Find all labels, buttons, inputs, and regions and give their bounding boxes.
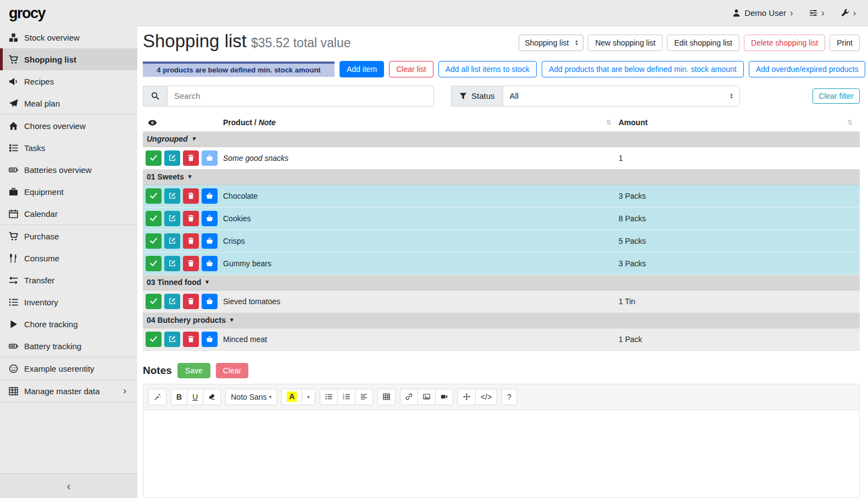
notes-save-button[interactable]: Save: [177, 363, 210, 378]
sidebar-item-stock-overview[interactable]: Stock overview: [0, 26, 137, 48]
toolbar-bold-button[interactable]: B: [171, 389, 187, 405]
toolbar-clear-format-button[interactable]: [203, 389, 221, 405]
pencil-icon: [169, 192, 176, 199]
add-to-stock-button[interactable]: [202, 294, 218, 309]
mark-done-button[interactable]: [146, 233, 162, 249]
delete-item-button[interactable]: [183, 211, 199, 226]
delete-item-button[interactable]: [183, 294, 199, 309]
print-button[interactable]: Print: [830, 35, 860, 51]
toolbar-unordered-list-button[interactable]: [320, 389, 338, 405]
add-item-button[interactable]: Add item: [340, 61, 384, 77]
add-to-stock-button[interactable]: [202, 150, 218, 166]
sidebar-item-manage-master-data[interactable]: Manage master data›: [0, 380, 137, 402]
edit-item-button[interactable]: [164, 294, 180, 309]
trash-icon: [187, 298, 194, 305]
edit-item-button[interactable]: [164, 256, 180, 271]
product-group-row[interactable]: 01 Sweets▾: [143, 170, 860, 185]
amount-cell: 1 Pack: [619, 335, 860, 344]
toolbar-paragraph-button[interactable]: [355, 389, 373, 405]
search-prepend: [143, 86, 167, 107]
new-shopping-list-button[interactable]: New shopping list: [588, 35, 663, 51]
sidebar-item-equipment[interactable]: Equipment: [0, 181, 137, 203]
toolbar-font-name-button[interactable]: Noto Sans▾: [225, 389, 277, 405]
sort-icon[interactable]: ⇅: [847, 119, 853, 126]
add-to-stock-button[interactable]: [202, 211, 218, 226]
sidebar-item-example-userentity[interactable]: Example userentity: [0, 357, 137, 379]
toolbar-ordered-list-button[interactable]: [337, 389, 355, 405]
sidebar-item-tasks[interactable]: Tasks: [0, 137, 137, 159]
sidebar-item-battery-tracking[interactable]: Battery tracking: [0, 335, 137, 357]
sidebar-item-consume[interactable]: Consume: [0, 247, 137, 269]
product-group-row[interactable]: Ungrouped▾: [143, 132, 860, 147]
add-all-to-stock-button[interactable]: Add all list items to stock: [438, 61, 537, 77]
mark-done-button[interactable]: [146, 256, 162, 271]
amount-column-header[interactable]: Amount ⇅: [619, 118, 860, 127]
sidebar-item-purchase[interactable]: Purchase: [0, 225, 137, 247]
sort-icon[interactable]: ⇅: [606, 119, 611, 126]
add-to-stock-button[interactable]: [202, 188, 218, 204]
toolbar-code-view-button[interactable]: </>: [475, 389, 497, 405]
delete-item-button[interactable]: [183, 256, 199, 271]
mark-done-button[interactable]: [146, 150, 162, 166]
clear-filter-button[interactable]: Clear filter: [813, 88, 860, 104]
add-below-min-stock-button[interactable]: Add products that are below defined min.…: [542, 61, 744, 77]
mark-done-button[interactable]: [146, 332, 162, 347]
sidebar-item-meal-plan[interactable]: Meal plan: [0, 92, 137, 114]
add-overdue-button[interactable]: Add overdue/expired products: [749, 61, 866, 77]
add-to-stock-button[interactable]: [202, 332, 218, 347]
edit-item-button[interactable]: [164, 211, 180, 226]
mark-done-button[interactable]: [146, 211, 162, 226]
edit-item-button[interactable]: [164, 233, 180, 249]
delete-item-button[interactable]: [183, 188, 199, 204]
product-group-row[interactable]: 04 Butchery products▾: [143, 313, 860, 328]
sidebar-item-transfer[interactable]: Transfer: [0, 269, 137, 291]
delete-item-button[interactable]: [183, 233, 199, 249]
clear-list-button[interactable]: Clear list: [389, 61, 433, 77]
delete-shopping-list-button[interactable]: Delete shopping list: [744, 35, 825, 51]
edit-shopping-list-button[interactable]: Edit shopping list: [667, 35, 739, 51]
settings-menu[interactable]: ›: [809, 9, 824, 18]
sidebar-item-batteries-overview[interactable]: Batteries overview: [0, 159, 137, 181]
status-select[interactable]: All ▴▾: [503, 86, 740, 107]
delete-item-button[interactable]: [183, 150, 199, 166]
toolbar-insert-picture-button[interactable]: [418, 389, 436, 405]
user-menu[interactable]: Demo User ›: [732, 8, 793, 18]
battery-icon: [9, 342, 18, 351]
toggle-done-column[interactable]: [143, 118, 223, 127]
add-to-stock-button[interactable]: [202, 256, 218, 271]
toolbar-underline-button[interactable]: U: [187, 389, 203, 405]
edit-item-button[interactable]: [164, 150, 180, 166]
toolbar-button-label: Noto Sans: [231, 393, 266, 401]
product-column-header[interactable]: Product / Note ⇅: [223, 118, 619, 127]
pencil-icon: [169, 237, 176, 244]
shopping-list-select[interactable]: Shopping list ▴▾: [519, 35, 583, 51]
toolbar-help-button[interactable]: ?: [502, 389, 517, 405]
toolbar-color-picker-button[interactable]: ▾: [302, 389, 315, 405]
add-to-stock-button[interactable]: [202, 233, 218, 249]
toolbar-style-button[interactable]: [148, 389, 166, 405]
sidebar-item-recipes[interactable]: Recipes: [0, 70, 137, 92]
toolbar-insert-link-button[interactable]: [400, 389, 418, 405]
sidebar-item-inventory[interactable]: Inventory: [0, 291, 137, 313]
sidebar-collapse-button[interactable]: ‹: [0, 473, 137, 498]
notes-clear-button[interactable]: Clear: [216, 363, 248, 378]
toolbar-insert-table-button[interactable]: [377, 389, 396, 405]
toolbar-fore-color-button[interactable]: A: [281, 389, 302, 405]
sidebar-item-shopping-list[interactable]: Shopping list: [0, 48, 137, 70]
sidebar-item-calendar[interactable]: Calendar: [0, 203, 137, 225]
check-icon: [150, 237, 157, 244]
edit-item-button[interactable]: [164, 188, 180, 204]
search-input[interactable]: [167, 86, 434, 107]
notes-editor[interactable]: [143, 410, 859, 497]
mark-done-button[interactable]: [146, 294, 162, 309]
mark-done-button[interactable]: [146, 188, 162, 204]
toolbar-fullscreen-button[interactable]: [458, 389, 476, 405]
edit-item-button[interactable]: [164, 332, 180, 347]
sidebar-item-chore-tracking[interactable]: Chore tracking: [0, 313, 137, 335]
sidebar-item-chores-overview[interactable]: Chores overview: [0, 115, 137, 137]
row-actions: [143, 211, 223, 226]
toolbar-insert-video-button[interactable]: [435, 389, 453, 405]
delete-item-button[interactable]: [183, 332, 199, 347]
product-group-row[interactable]: 03 Tinned food▾: [143, 275, 860, 290]
admin-menu[interactable]: ›: [841, 9, 856, 18]
